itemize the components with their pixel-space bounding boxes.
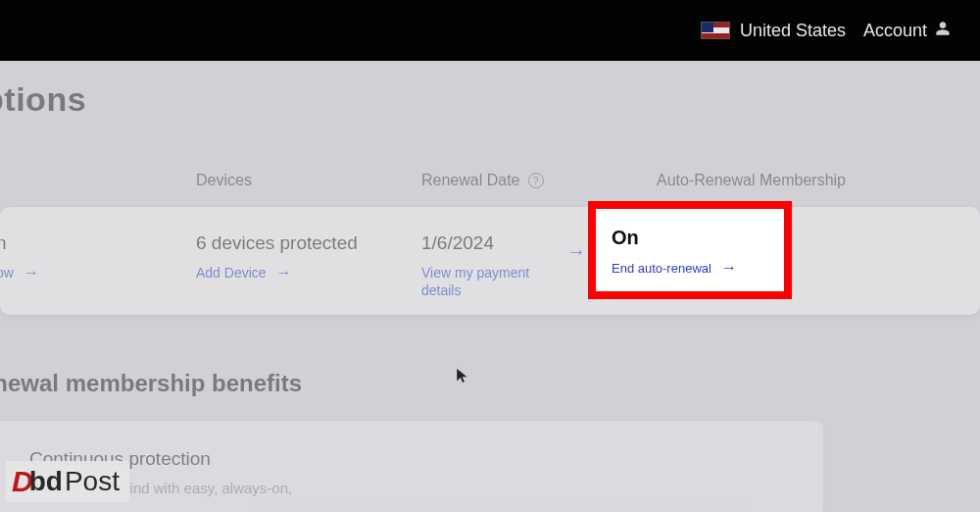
region-selector[interactable]: United States [701,21,846,41]
add-device-link[interactable]: Add Device → [196,264,421,282]
watermark-post: Post [65,466,120,497]
renewal-date: 1/6/2024 [421,232,539,254]
arrow-right-icon: → [24,264,39,282]
help-icon[interactable]: ? [528,173,544,188]
col-header-devices: Devices [196,172,421,189]
renewal-header-label: Renewal Date [421,172,520,189]
benefit-title: Continuous protection [29,448,735,470]
region-label: United States [740,21,846,41]
end-auto-renewal-link[interactable]: End auto-renewal → [612,259,768,277]
download-label: wnload now [0,265,14,281]
account-label: Account [863,21,927,41]
page-content: criptions Devices Renewal Date ? Auto-Re… [0,61,980,512]
benefits-section-title: to-renewal membership benefits [0,370,980,397]
product-cell: otection wnload now → [0,232,137,282]
auto-renewal-cell-highlight: On End auto-renewal → [588,201,792,299]
us-flag-icon [701,22,730,39]
col-header-product [0,172,137,189]
download-link[interactable]: wnload now → [0,264,137,282]
payment-link-label: View my payment details [421,264,539,299]
devices-count: 6 devices protected [196,232,421,254]
top-header: United States Account [0,0,980,61]
end-auto-renewal-label: End auto-renewal [612,261,711,276]
product-name: otection [0,232,137,254]
add-device-label: Add Device [196,265,267,281]
arrow-right-icon: → [276,264,292,282]
col-header-auto-renewal: Auto-Renewal Membership [657,172,846,189]
devices-cell: 6 devices protected Add Device → [196,232,421,282]
person-icon [935,21,951,41]
arrow-right-icon[interactable]: → [566,240,586,263]
subscription-card: otection wnload now → 6 devices protecte… [0,207,980,315]
watermark-bd: bd [29,466,63,497]
auto-renewal-status: On [612,227,768,249]
watermark-logo: D bd Post [6,461,129,502]
payment-details-link[interactable]: View my payment details [421,264,539,299]
subscription-column-headers: Devices Renewal Date ? Auto-Renewal Memb… [0,172,980,189]
page-title: criptions [0,80,980,119]
arrow-right-icon: → [721,259,737,277]
col-header-renewal: Renewal Date ? [421,172,657,189]
benefit-subtitle: Get peace of mind with easy, always-on, [29,480,735,496]
account-menu[interactable]: Account [863,21,951,41]
